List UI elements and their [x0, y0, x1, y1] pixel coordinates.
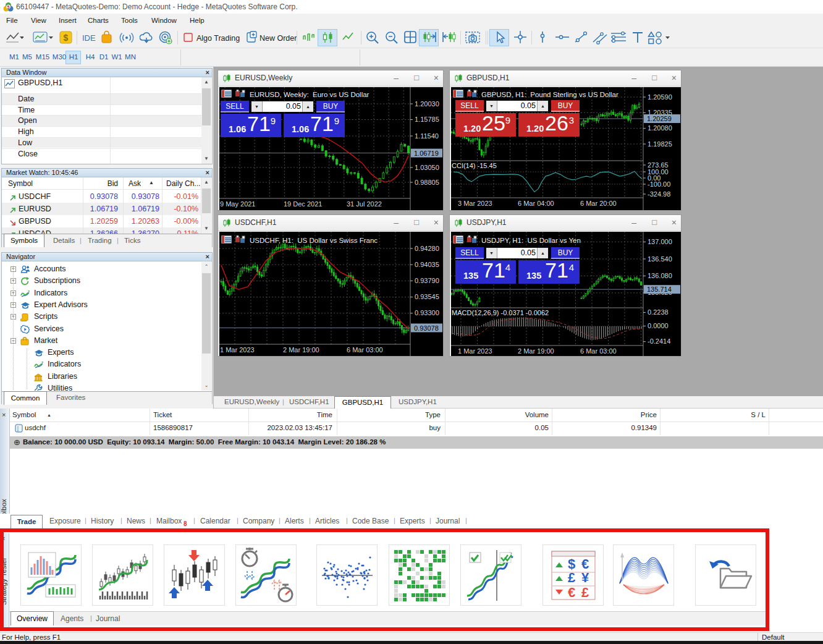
svg-text:5: 5	[7, 5, 10, 9]
svg-text:1.03050: 1.03050	[415, 164, 439, 171]
svg-text:0.93545: 0.93545	[415, 293, 439, 300]
svg-text:1.20030: 1.20030	[415, 100, 439, 108]
svg-text:1.20080: 1.20080	[648, 124, 672, 132]
svg-text:1.06719: 1.06719	[414, 150, 439, 157]
svg-text:6 Mar 03:00: 6 Mar 03:00	[580, 347, 617, 355]
svg-text:31 Jul 2022: 31 Jul 2022	[347, 200, 382, 208]
svg-text:-0.2414: -0.2414	[648, 337, 670, 345]
svg-text:136.080: 136.080	[648, 272, 672, 279]
svg-text:0.93300: 0.93300	[415, 309, 439, 316]
svg-text:0.93078: 0.93078	[414, 324, 439, 332]
svg-text:-324.98: -324.98	[648, 190, 670, 198]
svg-text:6 Mar 04:00: 6 Mar 04:00	[518, 200, 554, 207]
svg-text:0.0000: 0.0000	[648, 322, 669, 329]
svg-text:1.19825: 1.19825	[648, 140, 672, 148]
svg-text:9 May 2021: 9 May 2021	[220, 200, 255, 208]
svg-text:136.540: 136.540	[648, 255, 672, 263]
svg-text:6 Mar 20:00: 6 Mar 20:00	[580, 200, 617, 207]
svg-text:6 Mar 03:00: 6 Mar 03:00	[347, 346, 383, 354]
svg-text:0.93790: 0.93790	[415, 277, 439, 284]
svg-text:0.2238: 0.2238	[648, 308, 669, 316]
svg-text:19 Dec 2021: 19 Dec 2021	[284, 200, 322, 208]
svg-text:3 Mar 2023: 3 Mar 2023	[458, 200, 492, 207]
svg-text:137.000: 137.000	[648, 238, 672, 245]
svg-text:1.11540: 1.11540	[415, 132, 439, 140]
svg-text:Algo Trading: Algo Trading	[196, 34, 240, 43]
svg-text:1.15785: 1.15785	[415, 116, 439, 123]
svg-text:135.714: 135.714	[647, 286, 672, 293]
svg-text:$: $	[64, 33, 69, 43]
svg-text:0.94035: 0.94035	[415, 261, 439, 268]
svg-text:0.94280: 0.94280	[415, 245, 439, 252]
svg-text:New Order: New Order	[260, 34, 297, 43]
svg-text:0.98805: 0.98805	[415, 179, 439, 186]
svg-text:1 Mar 2023: 1 Mar 2023	[458, 347, 492, 355]
svg-text:1 Mar 2023: 1 Mar 2023	[220, 346, 255, 354]
svg-text:1.20590: 1.20590	[648, 93, 672, 101]
svg-text:2 Mar 19:00: 2 Mar 19:00	[283, 346, 319, 354]
svg-text:2 Mar 19:00: 2 Mar 19:00	[518, 347, 554, 355]
svg-text:IDE: IDE	[82, 33, 96, 43]
svg-text:-100.00: -100.00	[648, 180, 670, 188]
svg-text:1.20259: 1.20259	[647, 115, 672, 122]
